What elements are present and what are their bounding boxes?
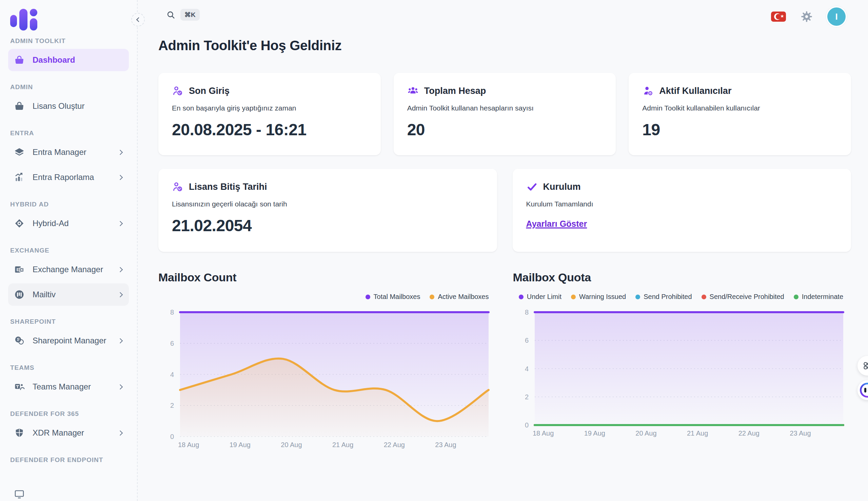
app-logo-icon[interactable] xyxy=(10,8,37,32)
sidebar-section: TEAMSTeams Manager xyxy=(0,364,137,398)
sidebar-item-label: Teams Manager xyxy=(33,382,118,392)
briefcase-icon xyxy=(13,54,25,66)
chevron-right-icon xyxy=(118,267,123,272)
sidebar-item-label: Dashboard xyxy=(33,55,122,65)
svg-text:4: 4 xyxy=(170,371,174,378)
mailbox-count-section: Mailbox Count Total MailboxesActive Mail… xyxy=(158,271,497,453)
stat-cards-row-2: Lisans Bitiş Tarihi Lisansınızın geçerli… xyxy=(158,169,851,252)
legend-item-under-limit[interactable]: Under Limit xyxy=(519,293,561,301)
legend-label: Indeterminate xyxy=(802,293,843,301)
legend-item-active-mailboxes[interactable]: Active Mailboxes xyxy=(430,293,489,301)
card-subtitle: Admin Toolkit kullanan hesapların sayısı xyxy=(407,104,603,112)
legend-label: Total Mailboxes xyxy=(374,293,421,301)
sidebar-item-hybrid-ad[interactable]: Hybrid-Ad xyxy=(8,212,129,235)
sidebar-collapse-button[interactable] xyxy=(131,13,145,26)
svg-text:8: 8 xyxy=(525,308,528,316)
topbar: ⌘K ★ I xyxy=(138,0,868,31)
svg-text:6: 6 xyxy=(170,340,174,347)
legend-item-indeterminate[interactable]: Indeterminate xyxy=(794,293,843,301)
legend-label: Under Limit xyxy=(527,293,561,301)
user-avatar[interactable]: I xyxy=(827,8,846,26)
sidebar-section-label: ENTRA xyxy=(10,129,137,137)
sidebar-item-entra-raporlama[interactable]: Entra Raporlama xyxy=(8,166,129,189)
sidebar-section: ADMINLisans Oluştur xyxy=(0,83,137,117)
stat-card-kurulum: Kurulum Kurulum Tamamlandı Ayarları Göst… xyxy=(513,169,851,252)
show-settings-link[interactable]: Ayarları Göster xyxy=(526,219,587,229)
checkmark-icon xyxy=(526,181,538,193)
sidebar-item-label: Entra Raporlama xyxy=(33,172,118,182)
sidebar-item-lisans-olu-tur[interactable]: Lisans Oluştur xyxy=(8,95,129,117)
monitor-icon xyxy=(13,488,25,500)
sidebar: ADMIN TOOLKITDashboardADMINLisans Oluştu… xyxy=(0,0,138,501)
legend-item-total-mailboxes[interactable]: Total Mailboxes xyxy=(366,293,421,301)
chart-icon xyxy=(13,171,25,183)
chevron-right-icon xyxy=(118,292,123,297)
sidebar-item-entra-manager[interactable]: Entra Manager xyxy=(8,141,129,163)
card-title: Kurulum xyxy=(543,182,581,192)
user-clock-icon xyxy=(172,85,183,97)
page-title: Admin Toolkit'e Hoş Geldiniz xyxy=(158,38,851,53)
legend-label: Warning Issued xyxy=(579,293,626,301)
svg-text:22 Aug: 22 Aug xyxy=(384,441,405,448)
svg-text:8: 8 xyxy=(170,308,174,316)
card-title: Toplam Hesap xyxy=(424,86,486,96)
legend-label: Active Mailboxes xyxy=(438,293,489,301)
sidebar-item-monitor[interactable] xyxy=(8,483,129,501)
sidebar-item-label: Lisans Oluştur xyxy=(33,102,122,111)
svg-text:E: E xyxy=(16,267,19,272)
legend-item-warning-issued[interactable]: Warning Issued xyxy=(571,293,626,301)
card-value: 20 xyxy=(407,120,603,139)
mailtiv-icon xyxy=(13,289,25,300)
chart-title: Mailbox Quota xyxy=(513,271,851,284)
svg-text:6: 6 xyxy=(525,337,528,344)
sidebar-section-label: ADMIN xyxy=(10,83,137,91)
mailbox-quota-chart[interactable]: 0246818 Aug19 Aug20 Aug21 Aug22 Aug23 Au… xyxy=(513,306,851,440)
user-clock-icon xyxy=(172,181,183,193)
teams-icon xyxy=(13,381,25,393)
svg-text:20 Aug: 20 Aug xyxy=(281,441,302,448)
card-title: Lisans Bitiş Tarihi xyxy=(189,182,267,192)
card-value: 20.08.2025 - 16:21 xyxy=(172,120,367,139)
mailbox-count-chart[interactable]: 0246818 Aug19 Aug20 Aug21 Aug22 Aug23 Au… xyxy=(158,306,496,452)
legend-item-send-prohibited[interactable]: Send Prohibited xyxy=(635,293,692,301)
svg-text:S: S xyxy=(17,337,20,342)
card-title: Son Giriş xyxy=(189,86,230,96)
sidebar-section-label: DEFENDER FOR 365 xyxy=(10,410,137,418)
sidebar-section: ENTRAEntra ManagerEntra Raporlama xyxy=(0,129,137,189)
sidebar-item-xdr-manager[interactable]: XDR Manager xyxy=(8,422,129,444)
layers-icon xyxy=(13,147,25,158)
sidebar-item-label: Mailtiv xyxy=(33,290,118,299)
svg-text:23 Aug: 23 Aug xyxy=(435,441,456,448)
keyboard-shortcut-badge: ⌘K xyxy=(180,9,200,21)
svg-text:19 Aug: 19 Aug xyxy=(230,441,251,448)
sidebar-item-exchange-manager[interactable]: EExchange Manager xyxy=(8,258,129,281)
language-flag-button[interactable]: ★ xyxy=(771,11,786,22)
search-button[interactable]: ⌘K xyxy=(166,9,200,21)
stat-cards-row-1: Son Giriş En son başarıyla giriş yaptığı… xyxy=(158,73,851,155)
sidebar-section: DEFENDER FOR 365XDR Manager xyxy=(0,410,137,444)
users-group-icon xyxy=(407,85,419,97)
card-subtitle: Lisansınızın geçerli olacağı son tarih xyxy=(172,200,484,208)
sidebar-nav: ADMIN TOOLKITDashboardADMINLisans Oluştu… xyxy=(0,37,137,501)
settings-gear-icon[interactable] xyxy=(800,10,813,23)
briefcase-icon xyxy=(13,100,25,112)
svg-text:18 Aug: 18 Aug xyxy=(533,429,554,437)
sidebar-item-teams-manager[interactable]: Teams Manager xyxy=(8,376,129,398)
sidebar-item-mailtiv[interactable]: Mailtiv xyxy=(8,284,129,306)
legend-dot-icon xyxy=(794,295,798,299)
card-subtitle: En son başarıyla giriş yaptığınız zaman xyxy=(172,104,367,112)
legend-item-send-receive-prohibited[interactable]: Send/Receive Prohibited xyxy=(701,293,784,301)
chevron-right-icon xyxy=(118,430,123,436)
sidebar-item-label: Entra Manager xyxy=(33,148,118,157)
sidebar-section: HYBRID ADHybrid-Ad xyxy=(0,201,137,235)
chevron-right-icon xyxy=(118,174,123,180)
legend-label: Send/Receive Prohibited xyxy=(710,293,784,301)
chevron-right-icon xyxy=(118,221,123,226)
sidebar-section: SHAREPOINTSSharepoint Manager xyxy=(0,318,137,352)
legend-dot-icon xyxy=(701,295,706,299)
sidebar-item-label: XDR Manager xyxy=(33,428,118,438)
svg-text:0: 0 xyxy=(170,433,174,440)
sidebar-item-sharepoint-manager[interactable]: SSharepoint Manager xyxy=(8,330,129,352)
svg-text:20 Aug: 20 Aug xyxy=(635,429,656,437)
sidebar-item-dashboard[interactable]: Dashboard xyxy=(8,49,129,71)
